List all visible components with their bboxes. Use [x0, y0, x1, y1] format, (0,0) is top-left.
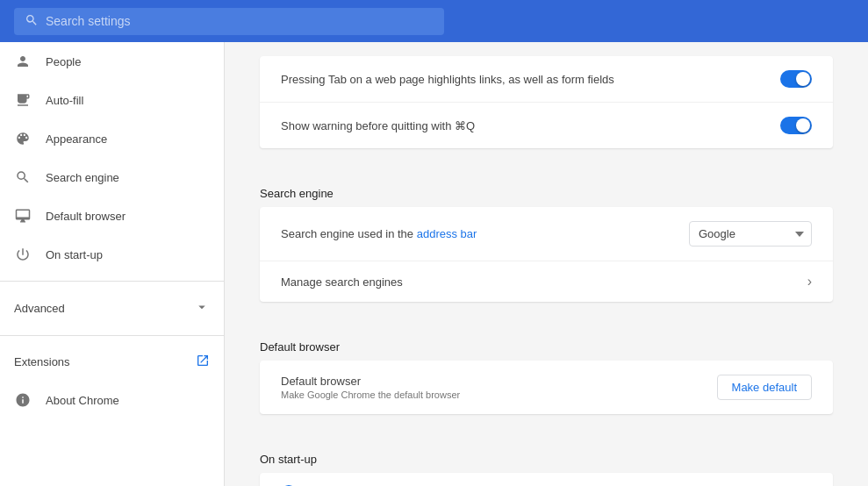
sidebar: People Auto-fill Appearance Search engin…	[0, 42, 225, 486]
startup-icon	[14, 246, 32, 263]
advanced-chevron-icon	[194, 299, 210, 318]
autofill-icon	[14, 91, 32, 109]
sidebar-item-about[interactable]: About Chrome	[0, 381, 224, 419]
search-engine-select[interactable]: Google Bing Yahoo! DuckDuckGo	[689, 221, 812, 247]
toggle-tab-label: Pressing Tab on a web page highlights li…	[281, 73, 780, 86]
manage-arrow-icon: ›	[807, 274, 812, 289]
search-engine-row: Search engine used in the address bar Go…	[260, 207, 833, 261]
advanced-label: Advanced	[14, 302, 194, 315]
sidebar-item-people-label: People	[46, 55, 81, 68]
startup-option-new-tab[interactable]: Open the New Tab page	[260, 473, 833, 486]
sidebar-item-on-startup[interactable]: On start-up	[0, 235, 224, 274]
sidebar-divider	[0, 281, 224, 282]
search-engine-section-title: Search engine	[260, 169, 833, 207]
default-browser-title: Default browser	[281, 375, 717, 388]
default-browser-section-title: Default browser	[260, 323, 833, 361]
sidebar-item-appearance[interactable]: Appearance	[0, 119, 224, 158]
manage-search-engines-row[interactable]: Manage search engines ›	[260, 261, 833, 302]
toggle-tab[interactable]	[780, 70, 812, 88]
default-browser-card: Default browser Make Google Chrome the d…	[260, 361, 833, 414]
sidebar-item-extensions[interactable]: Extensions	[0, 343, 224, 381]
default-browser-row: Default browser Make Google Chrome the d…	[260, 361, 833, 414]
extensions-label: Extensions	[14, 355, 70, 368]
default-browser-icon	[14, 207, 32, 225]
sidebar-item-about-label: About Chrome	[46, 394, 119, 407]
toggle-row-tab: Pressing Tab on a web page highlights li…	[260, 56, 833, 103]
address-bar-link[interactable]: address bar	[417, 227, 477, 240]
default-browser-info: Default browser Make Google Chrome the d…	[281, 375, 717, 400]
sidebar-item-people[interactable]: People	[0, 42, 224, 81]
sidebar-item-autofill[interactable]: Auto-fill	[0, 81, 224, 119]
appearance-icon	[14, 130, 32, 147]
manage-search-engines-label: Manage search engines	[281, 275, 807, 289]
search-engine-card: Search engine used in the address bar Go…	[260, 207, 833, 302]
search-input[interactable]	[46, 14, 434, 28]
search-icon	[25, 13, 39, 30]
make-default-button[interactable]: Make default	[717, 375, 812, 400]
external-link-icon	[196, 354, 210, 370]
toggles-card: Pressing Tab on a web page highlights li…	[260, 56, 833, 148]
sidebar-divider-2	[0, 335, 224, 336]
sidebar-item-default-browser[interactable]: Default browser	[0, 197, 224, 235]
search-engine-icon	[14, 168, 32, 186]
sidebar-item-search-engine[interactable]: Search engine	[0, 158, 224, 197]
sidebar-item-search-engine-label: Search engine	[46, 171, 119, 184]
person-icon	[14, 53, 32, 70]
sidebar-item-autofill-label: Auto-fill	[46, 94, 83, 107]
about-icon	[14, 391, 32, 409]
search-engine-row-label: Search engine used in the address bar	[281, 227, 689, 240]
on-startup-card: Open the New Tab page Continue where you…	[260, 473, 833, 486]
on-startup-section-title: On start-up	[260, 435, 833, 473]
toggle-row-quit: Show warning before quitting with ⌘Q	[260, 103, 833, 148]
sidebar-item-on-startup-label: On start-up	[46, 248, 103, 261]
toggle-quit-label: Show warning before quitting with ⌘Q	[281, 119, 780, 132]
sidebar-item-default-browser-label: Default browser	[46, 210, 126, 223]
search-bar[interactable]	[14, 8, 444, 35]
toggle-quit[interactable]	[780, 117, 812, 134]
sidebar-advanced[interactable]: Advanced	[0, 289, 224, 328]
main-content: Pressing Tab on a web page highlights li…	[225, 42, 868, 486]
sidebar-item-appearance-label: Appearance	[46, 132, 107, 146]
default-browser-subtitle: Make Google Chrome the default browser	[281, 390, 717, 400]
header	[0, 0, 868, 42]
